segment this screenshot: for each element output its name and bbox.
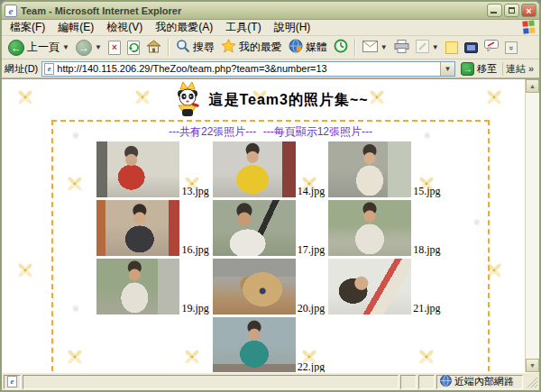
- status-doc-pane: e: [4, 375, 21, 389]
- photo-thumbnail-20[interactable]: [213, 259, 296, 315]
- photo-filename: 15.jpg: [411, 186, 444, 197]
- home-icon: [146, 40, 161, 56]
- links-label: 連結: [506, 62, 526, 76]
- photo-thumbnail-15[interactable]: [328, 141, 411, 197]
- photo-box: ---共有22張照片--- ---每頁顯示12張照片--- 13.jpg14.j…: [51, 120, 490, 372]
- photo-thumbnail-14[interactable]: [213, 141, 296, 197]
- address-dropdown-icon[interactable]: ▼: [440, 62, 454, 76]
- photo-filename: 22.jpg: [296, 361, 328, 372]
- edit-dropdown-icon[interactable]: ▼: [432, 43, 439, 51]
- back-button[interactable]: ← 上一頁 ▼: [5, 37, 72, 59]
- sticky-note-icon: [445, 41, 458, 54]
- back-label: 上一頁: [27, 40, 60, 55]
- search-label: 搜尋: [193, 40, 215, 55]
- menu-item-3[interactable]: 我的最愛(A): [149, 20, 219, 34]
- photo-thumbnail-19[interactable]: [96, 259, 179, 315]
- photo-thumbnail-22[interactable]: [213, 317, 296, 372]
- photo-filename: 13.jpg: [179, 186, 212, 197]
- back-dropdown-icon[interactable]: ▼: [62, 43, 69, 51]
- page-body: 這是Team3的照片集~~ ---共有22張照片--- ---每頁顯示12張照片…: [2, 80, 539, 372]
- photo-filename: 18.jpg: [411, 244, 444, 256]
- search-button[interactable]: 搜尋: [173, 37, 217, 59]
- photo-thumbnail-17[interactable]: [213, 200, 296, 256]
- browser-window: e Team - Microsoft Internet Explorer × 檔…: [0, 0, 541, 392]
- favorites-button[interactable]: 我的最愛: [218, 37, 285, 59]
- address-label: 網址(D): [5, 62, 38, 76]
- home-button[interactable]: [143, 37, 164, 59]
- intranet-globe-icon: [440, 375, 452, 388]
- maximize-button[interactable]: [504, 4, 519, 17]
- menu-item-5[interactable]: 說明(H): [268, 20, 317, 34]
- print-button[interactable]: [391, 37, 412, 59]
- minimize-button[interactable]: [487, 4, 502, 17]
- status-bar: e 近端內部網路: [2, 372, 539, 390]
- resize-grip[interactable]: [526, 376, 537, 387]
- close-button[interactable]: ×: [521, 4, 536, 17]
- messenger-button[interactable]: [462, 37, 481, 59]
- media-button[interactable]: 媒體: [286, 37, 330, 59]
- address-input[interactable]: e http://140.115.206.29/TheZoo/team.php?…: [41, 61, 455, 77]
- scroll-down-icon[interactable]: ▼: [526, 359, 539, 372]
- go-label: 移至: [477, 62, 497, 76]
- fullscreen-button[interactable]: »: [502, 37, 520, 59]
- refresh-button[interactable]: [124, 37, 142, 59]
- status-pane: [400, 375, 417, 389]
- panda-mascot-icon: [172, 80, 203, 121]
- messenger-icon: [464, 42, 478, 53]
- refresh-icon: [127, 41, 140, 55]
- photo-filename: 14.jpg: [296, 186, 328, 197]
- ie-doc-icon: e: [7, 376, 17, 387]
- gallery-cell: 16.jpg: [96, 200, 212, 256]
- gallery-cell: 14.jpg: [213, 141, 328, 197]
- window-title: Team - Microsoft Internet Explorer: [21, 5, 485, 16]
- go-button[interactable]: → 移至: [459, 62, 499, 76]
- edit-icon: [416, 40, 429, 56]
- page-viewport: ※※※※※※※※※※※※※※※※※※※※ 這: [2, 78, 539, 372]
- windows-logo-icon: [522, 20, 536, 34]
- print-icon: [394, 40, 409, 56]
- toolbar-separator: [354, 39, 356, 57]
- gallery-cell: 21.jpg: [328, 259, 444, 315]
- menu-item-1[interactable]: 編輯(E): [51, 20, 100, 34]
- photo-filename: 16.jpg: [179, 244, 212, 256]
- forward-button[interactable]: → ▼: [73, 37, 105, 59]
- links-bar[interactable]: 連結 »: [502, 62, 536, 76]
- gallery-cell: 22.jpg: [213, 317, 328, 372]
- menu-item-4[interactable]: 工具(T): [219, 20, 267, 34]
- photo-filename: 17.jpg: [296, 244, 328, 256]
- forward-dropdown-icon[interactable]: ▼: [95, 43, 102, 51]
- photo-counts: ---共有22張照片--- ---每頁顯示12張照片---: [53, 124, 488, 140]
- photo-thumbnail-16[interactable]: [96, 200, 179, 256]
- notes-button[interactable]: [443, 37, 461, 59]
- gallery-cell: 15.jpg: [328, 141, 444, 197]
- photo-filename: 19.jpg: [179, 303, 212, 315]
- photo-thumbnail-18[interactable]: [328, 200, 411, 256]
- menu-item-0[interactable]: 檔案(F): [4, 20, 51, 34]
- scroll-up-icon[interactable]: ▲: [526, 79, 539, 93]
- discuss-icon: [484, 40, 499, 55]
- back-icon: ←: [8, 40, 24, 56]
- favorites-star-icon: [221, 39, 236, 56]
- photo-thumbnail-13[interactable]: [96, 141, 179, 197]
- gallery-cell: 18.jpg: [328, 200, 444, 256]
- edit-button[interactable]: ▼: [413, 37, 442, 59]
- photo-thumbnail-21[interactable]: [328, 259, 411, 315]
- gallery-cell: 13.jpg: [96, 141, 212, 197]
- photo-filename: 20.jpg: [296, 303, 328, 315]
- page-favicon: e: [44, 63, 54, 75]
- stop-button[interactable]: ×: [105, 37, 124, 59]
- discuss-button[interactable]: [481, 37, 501, 59]
- menu-item-2[interactable]: 檢視(V): [100, 20, 149, 34]
- history-clock-icon: [334, 39, 348, 56]
- gallery-cell: 17.jpg: [213, 200, 328, 256]
- search-icon: [176, 39, 190, 56]
- links-chevron-icon[interactable]: »: [528, 63, 534, 74]
- gallery-cell: 20.jpg: [213, 259, 328, 315]
- mail-dropdown-icon[interactable]: ▼: [381, 43, 388, 51]
- media-globe-icon: [289, 39, 303, 56]
- history-button[interactable]: [331, 37, 351, 59]
- vertical-scrollbar[interactable]: ▲ ▼: [525, 79, 539, 372]
- favorites-label: 我的最愛: [239, 40, 282, 55]
- status-pane: [418, 375, 435, 389]
- mail-button[interactable]: ▼: [360, 37, 390, 59]
